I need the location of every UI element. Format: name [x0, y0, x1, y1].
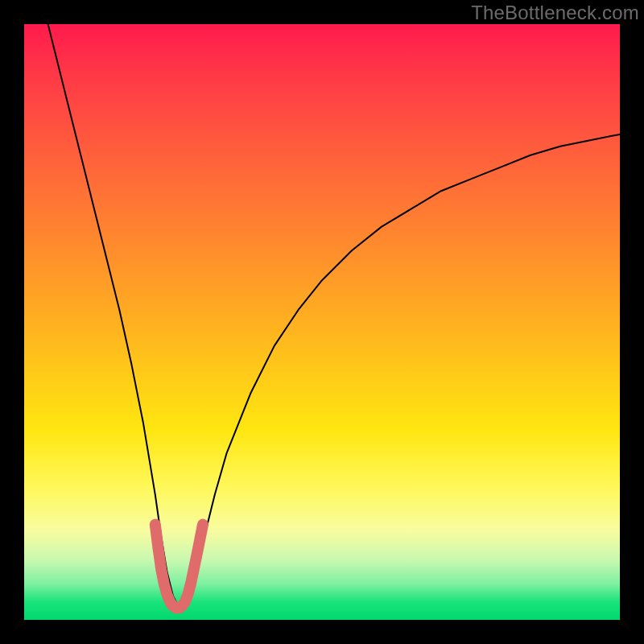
bottleneck-curve	[48, 24, 620, 608]
highlight-segment	[155, 525, 203, 609]
chart-svg	[24, 24, 620, 620]
plot-area	[24, 24, 620, 620]
watermark-text: TheBottleneck.com	[471, 2, 639, 24]
chart-stage: TheBottleneck.com	[0, 0, 644, 644]
